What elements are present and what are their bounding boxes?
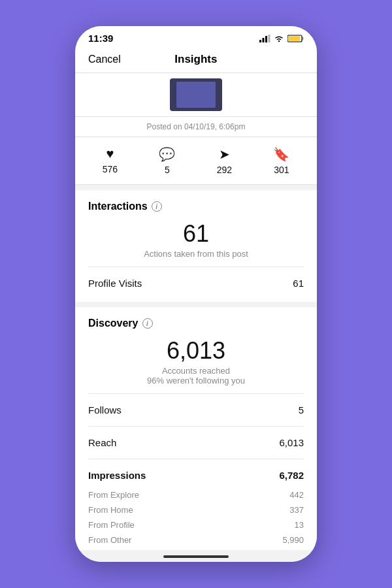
status-icons	[259, 35, 304, 42]
follows-value: 5	[299, 404, 304, 416]
comments-stat: 💬 5	[159, 146, 175, 175]
interactions-header: Interactions i	[88, 201, 304, 212]
from-other-row: From Other 5,990	[88, 532, 304, 547]
saves-stat: 🔖 301	[273, 146, 289, 175]
battery-icon	[287, 35, 304, 42]
svg-rect-7	[288, 36, 300, 41]
interactions-title: Interactions	[88, 201, 148, 212]
from-explore-row: From Explore 442	[88, 487, 304, 502]
from-profile-value: 13	[295, 520, 304, 530]
discovery-divider-3	[88, 459, 304, 459]
reach-label: Reach	[88, 437, 116, 448]
discovery-header: Discovery i	[88, 318, 304, 329]
discovery-info-icon[interactable]: i	[142, 318, 153, 329]
phone-frame: 11:39 Cancel	[75, 26, 317, 562]
heart-icon: ♥	[106, 146, 114, 161]
discovery-title: Discovery	[88, 318, 139, 329]
from-home-row: From Home 337	[88, 502, 304, 517]
saves-value: 301	[274, 165, 289, 175]
impressions-label: Impressions	[88, 470, 146, 481]
status-time: 11:39	[88, 33, 113, 44]
posted-date-bar: Posted on 04/10/19, 6:06pm	[75, 117, 317, 137]
discovery-big-label: Accounts reached	[88, 366, 304, 376]
from-home-label: From Home	[88, 505, 133, 515]
from-profile-row: From Profile 13	[88, 517, 304, 532]
home-bar	[163, 555, 229, 558]
follows-label: Follows	[88, 404, 122, 416]
profile-visits-value: 61	[293, 278, 304, 289]
reach-value: 6,013	[279, 437, 304, 448]
profile-visits-row: Profile Visits 61	[88, 275, 304, 291]
likes-value: 576	[103, 164, 118, 174]
discovery-divider-1	[88, 393, 304, 394]
likes-stat: ♥ 576	[103, 146, 118, 175]
svg-rect-6	[302, 37, 304, 40]
interactions-info-icon[interactable]: i	[152, 201, 162, 212]
signal-icon	[259, 35, 270, 42]
from-explore-label: From Explore	[88, 490, 139, 500]
discovery-big-number: 6,013	[88, 337, 304, 365]
post-preview	[75, 73, 317, 117]
from-explore-value: 442	[289, 490, 304, 500]
comment-icon: 💬	[159, 146, 175, 162]
discovery-divider-2	[88, 426, 304, 427]
follows-row: Follows 5	[88, 402, 304, 418]
svg-rect-1	[263, 38, 265, 42]
shares-stat: ➤ 292	[217, 146, 232, 175]
shares-value: 292	[217, 165, 232, 175]
post-stats-row: ♥ 576 💬 5 ➤ 292 🔖 301	[75, 137, 317, 185]
interactions-big-number: 61	[88, 220, 304, 248]
discovery-section: Discovery i 6,013 Accounts reached 96% w…	[75, 307, 317, 550]
bookmark-icon: 🔖	[273, 146, 289, 162]
wifi-icon	[274, 35, 284, 42]
profile-visits-label: Profile Visits	[88, 278, 142, 289]
post-thumbnail	[170, 78, 222, 111]
svg-rect-0	[259, 40, 261, 42]
svg-rect-2	[265, 36, 267, 42]
post-thumb-inner	[176, 82, 216, 108]
from-other-value: 5,990	[282, 535, 304, 545]
comments-value: 5	[165, 165, 170, 175]
svg-rect-3	[269, 35, 270, 42]
reach-row: Reach 6,013	[88, 434, 304, 451]
posted-date-text: Posted on 04/10/19, 6:06pm	[147, 122, 246, 131]
impressions-value: 6,782	[279, 470, 304, 481]
home-indicator	[75, 550, 317, 562]
interactions-big-label: Actions taken from this post	[88, 249, 304, 259]
from-other-label: From Other	[88, 535, 131, 545]
impressions-row: Impressions 6,782	[88, 467, 304, 483]
page-title: Insights	[174, 53, 217, 66]
share-icon: ➤	[219, 146, 230, 162]
from-home-value: 337	[289, 505, 304, 515]
from-profile-label: From Profile	[88, 520, 135, 530]
discovery-big-sublabel: 96% weren't following you	[88, 376, 304, 385]
svg-point-4	[278, 40, 280, 41]
interactions-section: Interactions i 61 Actions taken from thi…	[75, 190, 317, 302]
status-bar: 11:39	[75, 26, 317, 48]
cancel-button[interactable]: Cancel	[88, 54, 121, 65]
interactions-divider	[88, 267, 304, 267]
nav-bar: Cancel Insights	[75, 48, 317, 73]
scroll-content[interactable]: Posted on 04/10/19, 6:06pm ♥ 576 💬 5 ➤ 2…	[75, 73, 317, 550]
